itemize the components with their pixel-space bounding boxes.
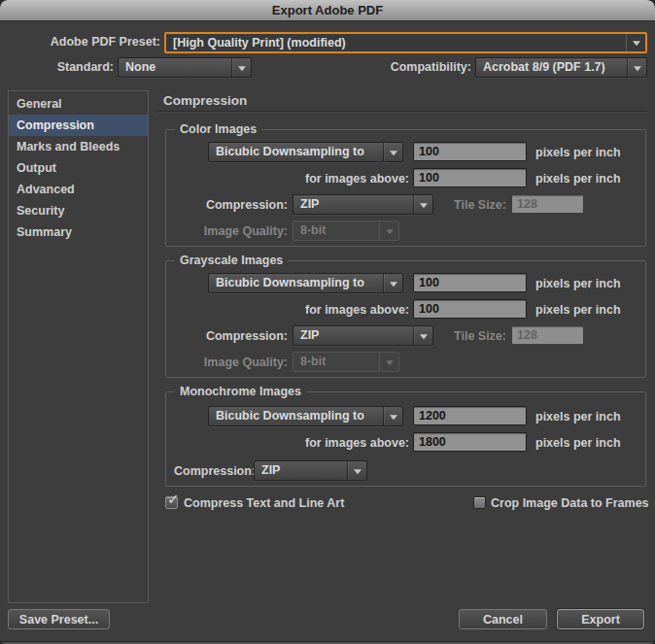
title-bar[interactable]: Export Adobe PDF — [0, 0, 655, 21]
sidebar-item-marks-and-bleeds[interactable]: Marks and Bleeds — [9, 136, 148, 157]
standard-value: None — [119, 58, 231, 77]
color-above-input[interactable] — [413, 168, 527, 187]
grayscale-tile-size-input — [511, 325, 584, 345]
color-images-legend: Color Images — [175, 122, 261, 136]
grayscale-above-label: for images above: — [224, 300, 409, 320]
standard-dropdown[interactable]: None — [118, 57, 252, 78]
chevron-down-icon — [383, 143, 402, 161]
color-downsample-dropdown[interactable]: Bicubic Downsampling to — [208, 142, 403, 162]
color-image-quality-label: Image Quality: — [166, 221, 288, 241]
compress-text-label[interactable]: Compress Text and Line Art — [184, 496, 344, 511]
export-adobe-pdf-dialog: Export Adobe PDF Adobe PDF Preset: [High… — [0, 0, 655, 644]
standard-label: Standard: — [0, 57, 114, 78]
settings-category-list: General Compression Marks and Bleeds Out… — [8, 90, 149, 603]
chevron-down-icon — [383, 407, 402, 425]
preset-label: Adobe PDF Preset: — [0, 32, 160, 52]
grayscale-image-quality-dropdown: 8-bit — [293, 352, 399, 372]
sidebar-item-compression[interactable]: Compression — [9, 115, 148, 136]
color-tile-size-label: Tile Size: — [409, 195, 506, 215]
sidebar-item-advanced[interactable]: Advanced — [9, 179, 148, 200]
compress-text-checkbox[interactable]: ✓ — [165, 496, 178, 509]
chevron-down-icon — [383, 274, 402, 292]
pdf-preset-value: [High Quality Print] (modified) — [166, 34, 626, 52]
monochrome-compression-dropdown[interactable]: ZIP — [254, 460, 367, 481]
export-button[interactable]: Export — [557, 609, 644, 629]
grayscale-images-group: Grayscale Images Bicubic Downsampling to… — [165, 260, 646, 378]
grayscale-downsample-dropdown[interactable]: Bicubic Downsampling to — [208, 273, 403, 293]
export-label: Export — [581, 613, 620, 627]
crop-image-data-checkbox[interactable] — [473, 496, 486, 509]
compatibility-label: Compatibility: — [311, 57, 471, 78]
chevron-down-icon — [347, 461, 366, 480]
grayscale-compression-value: ZIP — [293, 326, 413, 345]
color-compression-value: ZIP — [293, 195, 413, 214]
sidebar-item-summary[interactable]: Summary — [9, 221, 148, 243]
dialog-title: Export Adobe PDF — [272, 3, 383, 17]
grayscale-resolution-unit: pixels per inch — [535, 274, 621, 293]
compatibility-value: Acrobat 8/9 (PDF 1.7) — [476, 58, 627, 77]
grayscale-images-legend: Grayscale Images — [175, 254, 288, 267]
monochrome-downsample-value: Bicubic Downsampling to — [209, 407, 383, 425]
sidebar-item-security[interactable]: Security — [9, 200, 148, 221]
check-icon: ✓ — [167, 491, 180, 506]
monochrome-above-unit: pixels per inch — [535, 433, 621, 453]
cancel-label: Cancel — [483, 613, 523, 627]
monochrome-compression-label: Compression: — [174, 461, 256, 481]
grayscale-resolution-input[interactable] — [413, 273, 527, 292]
chevron-down-icon — [231, 58, 251, 77]
page-title: Compression — [163, 93, 247, 108]
sidebar-item-general[interactable]: General — [9, 93, 148, 115]
color-images-group: Color Images Bicubic Downsampling to pix… — [165, 129, 646, 247]
color-tile-size-input — [511, 194, 584, 214]
color-downsample-value: Bicubic Downsampling to — [209, 143, 383, 161]
color-resolution-input[interactable] — [413, 142, 527, 161]
monochrome-resolution-input[interactable] — [413, 406, 527, 425]
grayscale-tile-size-label: Tile Size: — [409, 326, 506, 346]
color-above-label: for images above: — [224, 169, 409, 188]
cancel-button[interactable]: Cancel — [459, 609, 547, 629]
monochrome-images-legend: Monochrome Images — [175, 385, 306, 398]
grayscale-downsample-value: Bicubic Downsampling to — [209, 274, 383, 292]
crop-image-data-label[interactable]: Crop Image Data to Frames — [491, 496, 649, 511]
grayscale-above-input[interactable] — [413, 299, 527, 319]
monochrome-compression-value: ZIP — [255, 461, 347, 480]
monochrome-downsample-dropdown[interactable]: Bicubic Downsampling to — [208, 406, 403, 426]
grayscale-compression-label: Compression: — [166, 326, 288, 346]
color-image-quality-dropdown: 8-bit — [293, 220, 399, 241]
chevron-down-icon — [379, 353, 398, 371]
monochrome-images-group: Monochrome Images Bicubic Downsampling t… — [165, 391, 646, 487]
pdf-preset-dropdown[interactable]: [High Quality Print] (modified) — [164, 32, 647, 53]
grayscale-above-unit: pixels per inch — [535, 300, 621, 320]
color-compression-label: Compression: — [166, 195, 288, 215]
compatibility-dropdown[interactable]: Acrobat 8/9 (PDF 1.7) — [475, 57, 647, 78]
chevron-down-icon — [379, 221, 398, 240]
chevron-down-icon — [626, 34, 645, 51]
monochrome-above-label: for images above: — [224, 433, 409, 453]
sidebar-item-output[interactable]: Output — [9, 157, 148, 179]
save-preset-label: Save Preset... — [19, 613, 98, 627]
grayscale-image-quality-value: 8-bit — [293, 353, 379, 371]
save-preset-button[interactable]: Save Preset... — [8, 609, 110, 629]
color-image-quality-value: 8-bit — [293, 221, 379, 240]
color-above-unit: pixels per inch — [535, 169, 621, 188]
monochrome-above-input[interactable] — [413, 432, 527, 452]
chevron-down-icon — [627, 58, 646, 77]
heading-divider — [158, 111, 647, 113]
monochrome-resolution-unit: pixels per inch — [535, 407, 621, 426]
color-resolution-unit: pixels per inch — [535, 143, 621, 162]
grayscale-image-quality-label: Image Quality: — [166, 353, 288, 372]
